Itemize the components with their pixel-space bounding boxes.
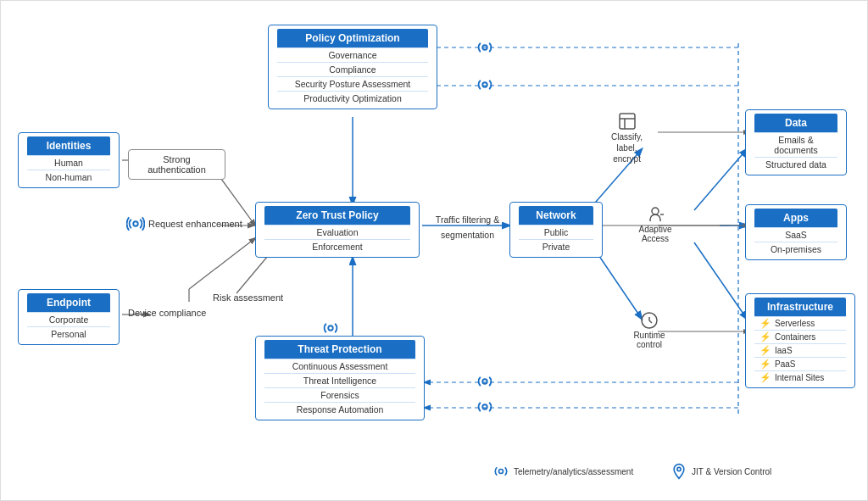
telemetry-icon-threat-2 [476,398,494,420]
threat-protection-item-1: Continuous Assessment [264,359,415,373]
threat-protection-item-3: Forensics [264,387,415,402]
classify-area: Classify,label,encrypt [611,111,643,164]
runtime-control-area: Runtime control [620,310,679,349]
svg-point-35 [482,404,487,409]
classify-icon [617,111,637,131]
policy-optimization-box: Policy Optimization Governance Complianc… [268,25,437,109]
zero-trust-policy-box: Zero Trust Policy Evaluation Enforcement [255,202,420,258]
infra-icon-3: ⚡ [760,345,771,356]
risk-assessment-label: Risk assessment [213,292,283,303]
telemetry-icon-compliance [476,75,494,97]
legend-telemetry-label: Telemetry/analytics/assessment [514,467,633,476]
risk-assessment-area: Risk assessment [213,289,283,304]
traffic-filtering-area: Traffic filtering &segmentation [427,211,508,242]
legend-jit-label: JIT & Version Control [692,467,771,476]
svg-point-37 [677,467,681,470]
data-title: Data [754,114,837,132]
legend-jit-icon [670,463,687,480]
infra-item-3: ⚡ IaaS [754,343,846,357]
classify-label: Classify,label,encrypt [611,131,643,164]
threat-protection-title: Threat Protection [264,340,415,359]
svg-point-25 [328,326,333,331]
strong-auth-label: Strong authentication [147,154,206,175]
adaptive-access-icon [645,204,665,225]
endpoint-box: Endpoint Corporate Personal [18,289,120,345]
threat-protection-item-4: Response Automation [264,402,415,416]
endpoint-item-1: Corporate [27,312,110,326]
request-enhancement-area: Request enhancement [126,214,242,233]
svg-point-34 [482,379,487,384]
threat-protection-item-2: Threat Intelligence [264,373,415,387]
svg-point-33 [482,82,487,87]
identities-box: Identities Human Non-human [18,132,120,188]
request-icon [126,214,145,233]
legend-telemetry: Telemetry/analytics/assessment [492,463,633,480]
svg-point-24 [133,221,138,226]
threat-protection-box: Threat Protection Continuous Assessment … [255,336,425,420]
telemetry-icon-1 [321,319,340,341]
identities-item-1: Human [27,155,110,170]
apps-title: Apps [754,209,837,227]
svg-point-32 [482,45,487,50]
strong-auth-box: Strong authentication [128,149,225,180]
svg-line-13 [694,242,747,319]
infra-icon-1: ⚡ [760,318,771,329]
identities-title: Identities [27,136,110,155]
apps-box: Apps SaaS On-premises [745,204,847,260]
infra-icon-5: ⚡ [760,372,771,383]
apps-item-2: On-premises [754,242,837,256]
svg-line-4 [189,238,255,289]
network-box: Network Public Private [509,202,603,258]
policy-opt-item-3: Security Posture Assessment [277,76,428,91]
policy-opt-item-4: Productivity Optimization [277,91,428,105]
data-item-1: Emails & documents [754,132,837,157]
endpoint-item-2: Personal [27,326,110,341]
infra-icon-2: ⚡ [760,331,771,342]
endpoint-title: Endpoint [27,293,110,312]
svg-point-36 [499,470,504,474]
request-enhancement-label: Request enhancement [148,219,242,229]
network-item-1: Public [519,225,593,239]
svg-line-12 [694,149,747,210]
runtime-control-label: Runtime control [620,331,679,349]
zero-trust-item-1: Evaluation [264,225,410,239]
policy-opt-item-1: Governance [277,47,428,62]
network-item-2: Private [519,239,593,253]
device-compliance-area: Device compliance [128,304,206,320]
infra-item-4: ⚡ PaaS [754,357,846,370]
zero-trust-item-2: Enforcement [264,239,410,253]
infra-icon-4: ⚡ [760,359,771,370]
device-compliance-label: Device compliance [128,308,206,318]
infrastructure-box: Infrastructure ⚡ Serverless ⚡ Containers… [745,293,855,388]
zero-trust-title: Zero Trust Policy [264,206,410,225]
legend-telemetry-icon [492,463,509,480]
adaptive-access-label: Adaptive Access [626,225,685,243]
infra-item-2: ⚡ Containers [754,330,846,343]
telemetry-icon-threat-1 [476,372,494,394]
runtime-icon [639,310,659,331]
infrastructure-title: Infrastructure [754,298,846,316]
network-title: Network [519,206,593,225]
apps-item-1: SaaS [754,227,837,242]
identities-item-2: Non-human [27,170,110,184]
policy-opt-item-2: Compliance [277,62,428,76]
infra-item-5: ⚡ Internal Sites [754,370,846,384]
svg-rect-26 [620,114,635,129]
legend-jit: JIT & Version Control [670,463,771,480]
infra-item-1: ⚡ Serverless [754,316,846,330]
traffic-filtering-label: Traffic filtering &segmentation [436,214,499,240]
adaptive-access-area: Adaptive Access [626,204,685,243]
svg-point-29 [652,208,659,214]
data-item-2: Structured data [754,157,837,171]
telemetry-icon-top [476,38,494,60]
diagram-container: Identities Human Non-human Endpoint Corp… [0,0,868,501]
policy-optimization-title: Policy Optimization [277,29,428,47]
data-box: Data Emails & documents Structured data [745,109,847,175]
